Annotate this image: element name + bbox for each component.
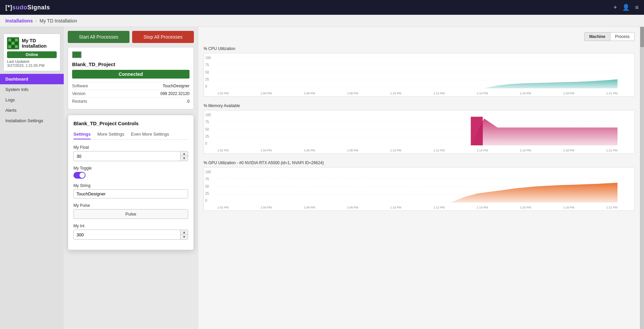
last-updated-label: Last Updated:: [7, 59, 57, 63]
breadcrumb-current: My TD Installation: [40, 18, 77, 23]
sidebar-nav: Dashboard System Info Logs Alerts Instal…: [0, 74, 64, 126]
process-buttons: Start All Processes Stop All Processes: [68, 31, 194, 43]
scrollbar-thumb[interactable]: [640, 27, 644, 47]
float-decrement[interactable]: ▼: [180, 156, 188, 161]
string-field: My String: [73, 183, 188, 198]
icon-cell: [12, 39, 14, 41]
icon-cell: [8, 39, 11, 41]
cpu-chart-label: % CPU Utilization: [204, 46, 635, 51]
stop-all-button[interactable]: Stop All Processes: [132, 31, 194, 43]
user-button[interactable]: 👤: [622, 4, 630, 11]
breadcrumb: Installations › My TD Installation: [0, 15, 644, 27]
memory-chart-label: % Memory Available: [204, 103, 635, 108]
chart-type-buttons: Machine Process: [204, 32, 635, 41]
string-label: My String: [73, 183, 188, 188]
float-input[interactable]: [74, 151, 180, 161]
process-status: Connected: [72, 70, 190, 79]
pulse-field: My Pulse Pulse: [73, 203, 188, 219]
sidebar-item-alerts[interactable]: Alerts: [0, 105, 64, 115]
sidebar-item-dashboard[interactable]: Dashboard: [0, 74, 64, 84]
center-panel: Start All Processes Stop All Processes B…: [64, 27, 198, 329]
int-decrement[interactable]: ▼: [180, 235, 188, 239]
svg-marker-11: [217, 119, 618, 145]
gpu-chart-svg: [217, 170, 618, 202]
cpu-chart-svg: [217, 56, 618, 88]
sidebar-item-installation-settings[interactable]: Installation Settings: [0, 115, 64, 126]
tab-even-more-settings[interactable]: Even More Settings: [131, 130, 169, 139]
memory-y-labels: 100 75 50 25 0: [205, 113, 211, 145]
cpu-y-labels: 100 75 50 25 0: [205, 56, 211, 88]
memory-x-labels: 1:02 PM 1:04 PM 1:06 PM 1:08 PM 1:10 PM …: [217, 149, 618, 152]
right-scrollbar[interactable]: [640, 27, 644, 329]
breadcrumb-separator: ›: [36, 18, 37, 23]
gpu-y-labels: 100 75 50 25 0: [205, 170, 211, 202]
pulse-label: My Pulse: [73, 203, 188, 208]
svg-marker-5: [217, 79, 618, 88]
sidebar: My TD Installation Online Last Updated: …: [0, 27, 64, 329]
memory-chart-section: % Memory Available 100 75 50 25 0: [204, 103, 635, 154]
float-field: My Float ▲ ▼: [73, 145, 188, 161]
toggle-switch[interactable]: [73, 172, 86, 179]
svg-marker-18: [217, 183, 618, 202]
charts-panel: Machine Process % CPU Utilization 100 75…: [198, 27, 640, 329]
icon-cell: [12, 45, 14, 48]
process-indicator: [72, 51, 82, 58]
tab-settings[interactable]: Settings: [73, 130, 91, 139]
version-label: Version: [72, 91, 86, 96]
version-row: Version 099 2022.32120: [72, 90, 190, 97]
software-value: TouchDesigner: [163, 84, 190, 88]
float-label: My Float: [73, 145, 188, 150]
sidebar-item-system-info[interactable]: System Info: [0, 84, 64, 95]
int-field: My Int ▲ ▼: [73, 224, 188, 240]
pulse-button[interactable]: Pulse: [73, 209, 188, 219]
icon-cell: [8, 42, 11, 45]
cpu-chart-section: % CPU Utilization 100 75 50 25 0: [204, 46, 635, 97]
main-layout: My TD Installation Online Last Updated: …: [0, 27, 644, 329]
icon-cell: [8, 45, 11, 48]
icon-cell: [15, 39, 18, 41]
restarts-label: Restarts: [72, 99, 87, 104]
gpu-chart-label: % GPU Utilization - #0 NVIDIA RTX A5000 …: [204, 160, 635, 165]
version-value: 099 2022.32120: [160, 91, 190, 96]
icon-cell: [15, 45, 18, 48]
svg-rect-12: [471, 117, 483, 145]
controls-panel: Blank_TD_Project Controls Settings More …: [68, 115, 194, 250]
float-input-wrap: ▲ ▼: [73, 151, 188, 161]
topbar: [*]sudoSignals + 👤 ≡: [0, 0, 644, 15]
tab-more-settings[interactable]: More Settings: [97, 130, 124, 139]
breadcrumb-installations[interactable]: Installations: [5, 18, 33, 23]
memory-chart-area: 100 75 50 25 0: [204, 110, 635, 154]
toggle-wrap: [73, 172, 188, 179]
controls-title: Blank_TD_Project Controls: [73, 121, 188, 126]
toggle-knob: [79, 173, 85, 178]
installation-status: Online: [7, 51, 57, 58]
last-updated-value: 3/27/2023, 1:21:05 PM: [7, 63, 57, 67]
icon-cell: [15, 42, 18, 45]
cpu-x-labels: 1:02 PM 1:04 PM 1:06 PM 1:08 PM 1:10 PM …: [217, 92, 618, 95]
int-increment[interactable]: ▲: [180, 230, 188, 235]
toggle-label: My Toggle: [73, 166, 188, 171]
menu-button[interactable]: ≡: [635, 4, 639, 11]
start-all-button[interactable]: Start All Processes: [68, 31, 129, 43]
gpu-x-labels: 1:02 PM 1:04 PM 1:06 PM 1:08 PM 1:10 PM …: [217, 206, 618, 209]
installation-card: My TD Installation Online Last Updated: …: [3, 34, 60, 71]
sidebar-item-logs[interactable]: Logs: [0, 95, 64, 105]
software-label: Software: [72, 84, 88, 88]
add-button[interactable]: +: [613, 4, 617, 11]
controls-tabs: Settings More Settings Even More Setting…: [73, 130, 188, 140]
float-increment[interactable]: ▲: [180, 151, 188, 156]
float-spinner: ▲ ▼: [180, 151, 188, 161]
installation-icon: [7, 37, 19, 49]
process-card: Blank_TD_Project Connected Software Touc…: [68, 47, 194, 109]
process-title: Blank_TD_Project: [72, 61, 190, 67]
machine-tab-button[interactable]: Machine: [584, 32, 610, 41]
icon-cell: [12, 42, 14, 45]
installation-name: My TD Installation: [22, 38, 57, 49]
topbar-actions: + 👤 ≡: [613, 4, 639, 11]
memory-chart-svg: [217, 113, 618, 145]
string-input[interactable]: [73, 189, 188, 198]
int-label: My Int: [73, 224, 188, 228]
int-input[interactable]: [74, 230, 180, 239]
process-tab-button[interactable]: Process: [610, 32, 635, 41]
int-input-wrap: ▲ ▼: [73, 230, 188, 240]
